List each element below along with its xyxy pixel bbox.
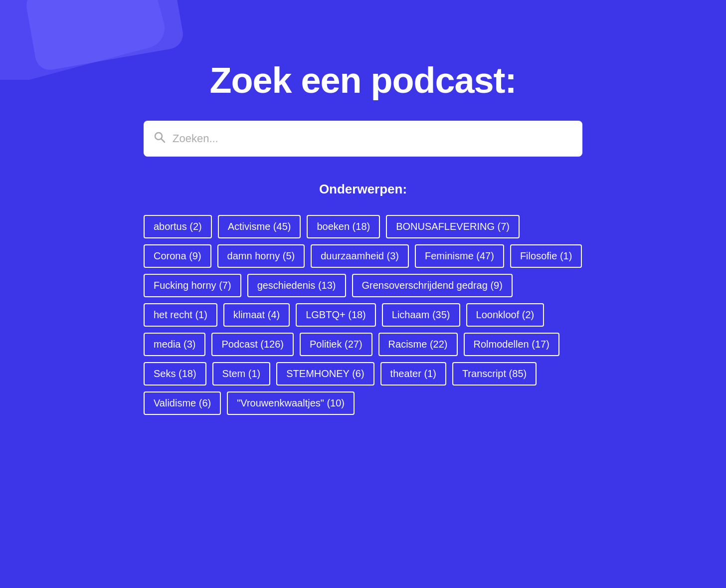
tag-item[interactable]: Racisme (22) <box>378 333 458 356</box>
tag-item[interactable]: Seks (18) <box>144 362 206 386</box>
tag-item[interactable]: BONUSAFLEVERING (7) <box>386 215 520 238</box>
tag-item[interactable]: LGBTQ+ (18) <box>296 303 376 327</box>
tag-item[interactable]: het recht (1) <box>144 303 217 327</box>
main-container: Zoek een podcast: Onderwerpen: abortus (… <box>124 0 602 445</box>
page-title: Zoek een podcast: <box>209 60 516 101</box>
tag-item[interactable]: abortus (2) <box>144 215 212 238</box>
svg-line-1 <box>162 139 165 143</box>
tag-item[interactable]: geschiedenis (13) <box>247 274 346 297</box>
tag-item[interactable]: damn horny (5) <box>217 244 305 268</box>
tag-item[interactable]: Feminisme (47) <box>415 244 504 268</box>
tag-item[interactable]: Fucking horny (7) <box>144 274 241 297</box>
tag-item[interactable]: Corona (9) <box>144 244 211 268</box>
tag-item[interactable]: Filosofie (1) <box>510 244 582 268</box>
tag-item[interactable]: Podcast (126) <box>211 333 294 356</box>
tag-item[interactable]: STEMHONEY (6) <box>276 362 374 386</box>
tag-item[interactable]: Activisme (45) <box>218 215 301 238</box>
tag-item[interactable]: Lichaam (35) <box>382 303 460 327</box>
tag-item[interactable]: theater (1) <box>380 362 446 386</box>
tag-item[interactable]: media (3) <box>144 333 205 356</box>
tag-item[interactable]: Loonkloof (2) <box>466 303 544 327</box>
tag-item[interactable]: Validisme (6) <box>144 392 221 415</box>
tag-item[interactable]: Rolmodellen (17) <box>464 333 559 356</box>
tag-item[interactable]: Politiek (27) <box>300 333 372 356</box>
tag-item[interactable]: Grensoverschrijdend gedrag (9) <box>352 274 513 297</box>
tag-item[interactable]: "Vrouwenkwaaltjes" (10) <box>227 392 355 415</box>
topics-heading: Onderwerpen: <box>319 182 407 197</box>
tag-item[interactable]: Stem (1) <box>212 362 271 386</box>
search-icon <box>154 131 166 146</box>
search-input[interactable] <box>173 132 572 145</box>
tag-item[interactable]: boeken (18) <box>307 215 380 238</box>
tag-item[interactable]: duurzaamheid (3) <box>311 244 409 268</box>
tag-item[interactable]: klimaat (4) <box>223 303 290 327</box>
tags-container: abortus (2)Activisme (45)boeken (18)BONU… <box>144 215 582 415</box>
search-bar <box>144 121 582 157</box>
tag-item[interactable]: Transcript (85) <box>452 362 537 386</box>
